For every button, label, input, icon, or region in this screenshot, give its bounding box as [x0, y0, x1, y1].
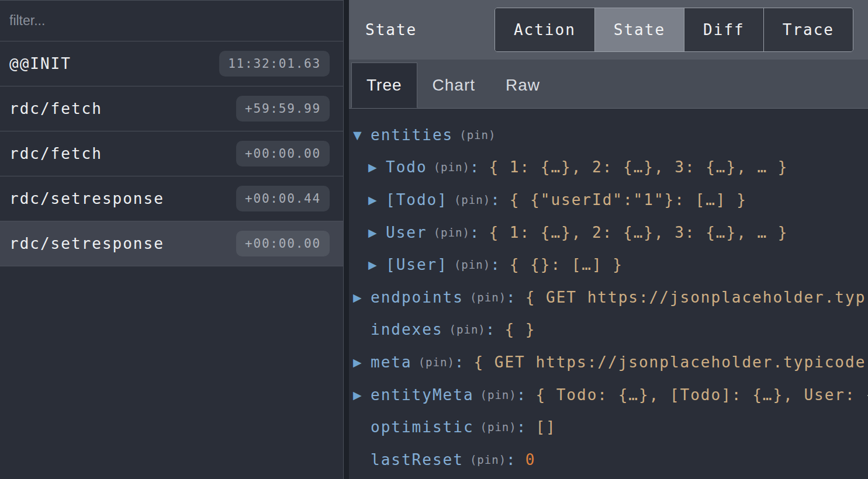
tree-row: lastReset(pin):0 [349, 443, 868, 476]
tree-key[interactable]: entityMeta [371, 386, 474, 404]
key-colon: : [455, 353, 465, 371]
tree-key[interactable]: optimistic [371, 418, 474, 436]
action-list: @@INIT11:32:01.63rdc/fetch+59:59.99rdc/f… [0, 41, 343, 479]
expand-arrow-icon[interactable]: ▶ [368, 258, 386, 271]
tree-value-preview: { 1: {…}, 2: {…}, 3: {…}, … } [489, 224, 788, 241]
tree-value-preview: { } [504, 321, 535, 338]
action-row[interactable]: rdc/setresponse+00:00.44 [0, 176, 343, 221]
pin-link[interactable]: (pin) [454, 258, 490, 271]
pin-link[interactable]: (pin) [480, 388, 517, 401]
tree-key[interactable]: meta [371, 353, 412, 371]
pin-link[interactable]: (pin) [434, 226, 470, 239]
tree-value-preview: { GET https://jsonplaceholder.typicode [473, 353, 866, 371]
tab-diff[interactable]: Diff [684, 8, 763, 51]
expand-arrow-icon[interactable]: ▶ [368, 193, 386, 206]
key-colon: : [517, 418, 527, 436]
tree-value-preview: 0 [525, 451, 536, 468]
key-colon: : [470, 224, 480, 241]
action-timestamp-badge: +00:00.44 [236, 186, 330, 211]
tab-state[interactable]: State [594, 8, 684, 51]
tree-row: ▶User(pin):{ 1: {…}, 2: {…}, 3: {…}, … } [349, 216, 868, 249]
pin-link[interactable]: (pin) [454, 193, 490, 206]
tree-row: ▼entities(pin) [349, 119, 868, 151]
tree-row: ▶[Todo](pin):{ {"userId":"1"}: […] } [349, 183, 868, 216]
tree-key[interactable]: Todo [386, 158, 427, 176]
tree-value-preview: { {}: […] } [510, 256, 623, 273]
action-name: rdc/setresponse [9, 235, 164, 252]
action-name: rdc/fetch [9, 145, 102, 162]
pin-link[interactable]: (pin) [434, 161, 470, 173]
action-timestamp-badge: +59:59.99 [236, 96, 330, 122]
tree-row: optimistic(pin):[] [349, 411, 868, 443]
expand-arrow-icon[interactable]: ▶ [353, 388, 371, 401]
key-colon: : [486, 321, 496, 338]
key-colon: : [490, 191, 501, 209]
key-colon: : [517, 386, 527, 404]
collapse-arrow-icon[interactable]: ▼ [353, 129, 371, 141]
action-row[interactable]: rdc/fetch+00:00.00 [0, 131, 343, 176]
expand-arrow-icon[interactable]: ▶ [368, 226, 386, 239]
redux-devtools: @@INIT11:32:01.63rdc/fetch+59:59.99rdc/f… [0, 0, 868, 479]
tree-key[interactable]: lastReset [371, 451, 464, 468]
key-colon: : [506, 451, 517, 468]
tree-row: indexes(pin):{ } [349, 314, 868, 346]
tree-value-preview: { {"userId":"1"}: […] } [510, 191, 747, 209]
pin-link[interactable]: (pin) [459, 129, 496, 141]
inspector-title: State [365, 21, 417, 39]
tree-key[interactable]: indexes [371, 321, 443, 338]
tree-key[interactable]: User [386, 224, 427, 241]
action-name: @@INIT [9, 55, 71, 72]
action-list-panel: @@INIT11:32:01.63rdc/fetch+59:59.99rdc/f… [0, 0, 344, 479]
tab-action[interactable]: Action [495, 8, 594, 51]
expand-arrow-icon[interactable]: ▶ [368, 161, 386, 173]
pin-link[interactable]: (pin) [419, 356, 455, 369]
action-row[interactable]: rdc/setresponse+00:00.00 [0, 221, 343, 266]
inspector-panel: State ActionStateDiffTrace TreeChartRaw … [349, 0, 868, 479]
tree-row: ▶entityMeta(pin):{ Todo: {…}, [Todo]: {…… [349, 379, 868, 411]
tree-value-preview: [] [535, 418, 556, 436]
subtab-tree[interactable]: Tree [351, 63, 417, 108]
tree-row: ▶[User](pin):{ {}: […] } [349, 248, 868, 281]
key-colon: : [490, 256, 501, 273]
subtab-chart[interactable]: Chart [417, 63, 490, 108]
state-subtabs: TreeChartRaw [349, 60, 868, 109]
inspector-header: State ActionStateDiffTrace [349, 0, 868, 60]
tree-key[interactable]: [User] [386, 256, 448, 273]
action-filter-input[interactable] [0, 1, 343, 41]
action-row[interactable]: @@INIT11:32:01.63 [0, 41, 343, 86]
tree-key[interactable]: endpoints [371, 289, 464, 306]
filter-row [0, 1, 343, 41]
pin-link[interactable]: (pin) [470, 291, 506, 304]
tree-value-preview: { GET https://jsonplaceholder.typ [525, 289, 866, 306]
action-timestamp-badge: +00:00.00 [236, 231, 330, 256]
pin-link[interactable]: (pin) [449, 323, 486, 336]
inspector-tabs: ActionStateDiffTrace [494, 8, 853, 52]
tree-row: ▶meta(pin):{ GET https://jsonplaceholder… [349, 346, 868, 379]
tab-trace[interactable]: Trace [763, 8, 853, 51]
tree-key[interactable]: entities [371, 126, 453, 144]
tree-key[interactable]: [Todo] [386, 191, 448, 209]
tree-row: ▶endpoints(pin):{ GET https://jsonplaceh… [349, 281, 868, 314]
action-timestamp-badge: +00:00.00 [236, 141, 330, 166]
action-row[interactable]: rdc/fetch+59:59.99 [0, 86, 343, 131]
expand-arrow-icon[interactable]: ▶ [353, 356, 371, 369]
key-colon: : [470, 158, 480, 176]
pin-link[interactable]: (pin) [470, 453, 506, 466]
tree-row: ▶Todo(pin):{ 1: {…}, 2: {…}, 3: {…}, … } [349, 151, 868, 184]
pin-link[interactable]: (pin) [480, 421, 517, 433]
tree-value-preview: { 1: {…}, 2: {…}, 3: {…}, … } [489, 158, 788, 176]
key-colon: : [506, 289, 517, 306]
expand-arrow-icon[interactable]: ▶ [353, 291, 371, 304]
panel-resizer[interactable] [344, 0, 349, 479]
action-name: rdc/setresponse [9, 190, 164, 207]
state-tree: ▼entities(pin)▶Todo(pin):{ 1: {…}, 2: {…… [349, 109, 868, 479]
subtab-raw[interactable]: Raw [490, 63, 555, 108]
action-timestamp-badge: 11:32:01.63 [219, 51, 330, 77]
action-name: rdc/fetch [9, 100, 102, 117]
tree-value-preview: { Todo: {…}, [Todo]: {…}, User: {…} [535, 386, 868, 404]
